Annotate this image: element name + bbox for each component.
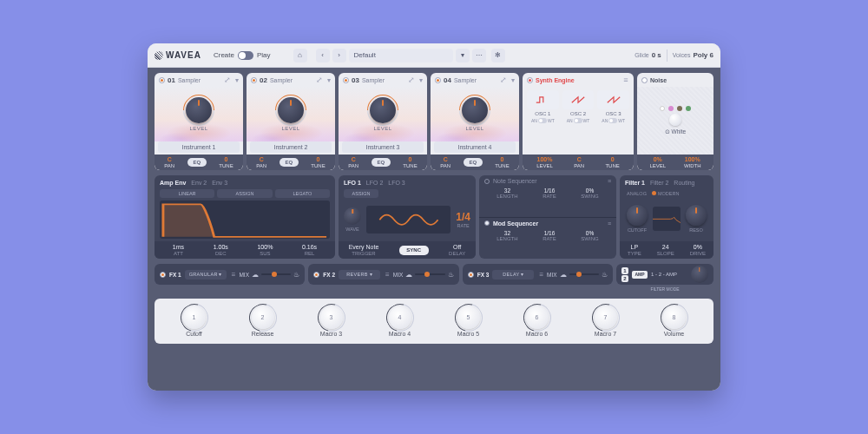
osc2-anwt-toggle[interactable]: ANWT — [562, 118, 595, 123]
sampler-3-chevron-icon[interactable]: ▾ — [419, 76, 423, 84]
tab-amp-env[interactable]: Amp Env — [160, 180, 186, 186]
glide-control[interactable]: Glide0 s — [635, 51, 661, 59]
sampler-4-eq-button[interactable]: EQ — [464, 158, 483, 167]
tab-lfo1[interactable]: LFO 1 — [344, 180, 361, 186]
save-icon[interactable]: ▾ — [456, 49, 470, 62]
env-display[interactable] — [160, 201, 330, 239]
env-assign-button[interactable]: ASSIGN — [217, 189, 272, 198]
macro-3-knob[interactable]: 3 — [320, 306, 343, 329]
noteseq-length[interactable]: 32LENGTH — [496, 187, 517, 200]
synth-menu-icon[interactable]: ≡ — [622, 76, 629, 83]
fx-1-type-selector[interactable]: GRANULAR ▾ — [185, 270, 227, 279]
mode-toggle[interactable] — [238, 51, 253, 60]
filter-cutoff-knob[interactable]: CUTOFF — [627, 205, 648, 233]
env-legato-button[interactable]: LEGATO — [275, 189, 330, 198]
synth-power-button[interactable] — [527, 77, 533, 83]
lfo-sync-button[interactable]: SYNC — [399, 246, 429, 255]
sampler-4-chevron-icon[interactable]: ▾ — [511, 76, 515, 84]
noise-type[interactable]: White — [672, 128, 687, 135]
sampler-3-instrument-selector[interactable]: Instrument 3 — [342, 141, 424, 153]
noise-dot-pink[interactable] — [668, 106, 674, 111]
sampler-2-chevron-icon[interactable]: ▾ — [327, 76, 331, 84]
tab-filter2[interactable]: Filter 2 — [650, 180, 668, 186]
noise-dot-white[interactable] — [660, 106, 665, 111]
lfo-rate-value[interactable]: 1/4 — [456, 211, 470, 223]
sampler-2-tune[interactable]: 0TUNE — [311, 156, 325, 168]
tab-filter1[interactable]: Filter 1 — [625, 180, 645, 186]
sampler-1-chevron-icon[interactable]: ▾ — [235, 76, 239, 84]
modseq-swing[interactable]: 0%SWING — [581, 230, 598, 242]
tab-env3[interactable]: Env 3 — [212, 180, 227, 186]
fx-3-mix-slider[interactable]: MIX☁ ♨ — [547, 271, 608, 279]
sampler-2-expand-icon[interactable]: ⤢ — [316, 76, 323, 83]
mode-switch[interactable]: Create Play — [214, 51, 271, 60]
route-slot-2[interactable]: 2 — [621, 275, 628, 282]
sampler-1-pan[interactable]: CPAN — [164, 156, 174, 168]
osc3-anwt-toggle[interactable]: ANWT — [597, 118, 629, 123]
sampler-3-power-button[interactable] — [343, 77, 349, 83]
lfo-delay[interactable]: OffDELAY — [449, 244, 465, 256]
filter-reso-knob[interactable]: RESO — [686, 205, 707, 233]
macro-1-knob[interactable]: 1 — [183, 306, 206, 329]
sampler-1-power-button[interactable] — [159, 77, 165, 83]
settings-button[interactable]: ✻ — [491, 49, 505, 62]
macro-2-knob[interactable]: 2 — [252, 306, 274, 329]
fx-1-power-button[interactable] — [160, 272, 166, 278]
fx-2-mix-slider[interactable]: MIX☁ ♨ — [393, 271, 454, 279]
note-seq-power[interactable] — [484, 179, 490, 184]
dec-value[interactable]: 1.00sDEC — [214, 244, 228, 256]
fx-2-power-button[interactable] — [313, 272, 319, 278]
macro-5-knob[interactable]: 5 — [457, 306, 480, 329]
filter-route[interactable]: 1 - 2 - AMP — [651, 272, 677, 277]
macro-4-knob[interactable]: 4 — [389, 306, 411, 329]
noteseq-swing[interactable]: 0%SWING — [581, 187, 598, 200]
env-curve-linear[interactable]: LINEAR — [160, 189, 214, 198]
voices-control[interactable]: VoicesPoly 6 — [673, 51, 713, 59]
modseq-rate[interactable]: 1/16RATE — [542, 230, 556, 242]
rel-value[interactable]: 0.16sREL — [302, 244, 317, 256]
sampler-1-expand-icon[interactable]: ⤢ — [224, 76, 231, 83]
sampler-4-expand-icon[interactable]: ⤢ — [500, 76, 507, 83]
tab-lfo2[interactable]: LFO 2 — [366, 180, 383, 186]
filter-drive[interactable]: 0%DRIVE — [690, 244, 706, 256]
lfo-trigger[interactable]: Every NoteTRIGGER — [349, 244, 379, 256]
fx-3-type-selector[interactable]: DELAY ▾ — [492, 270, 534, 279]
sampler-4-pan[interactable]: CPAN — [440, 156, 450, 168]
sampler-2-power-button[interactable] — [251, 77, 257, 83]
fx-1-mix-slider[interactable]: MIX☁ ♨ — [239, 271, 299, 279]
lfo-assign-button[interactable]: ASSIGN — [344, 189, 378, 198]
route-slot-1[interactable]: 1 — [621, 267, 628, 274]
fx-2-menu-icon[interactable]: ≡ — [385, 271, 390, 279]
noteseq-rate[interactable]: 1/16RATE — [542, 187, 556, 200]
sampler-4-power-button[interactable] — [435, 77, 441, 83]
mod-seq-power[interactable] — [484, 220, 490, 226]
sampler-3-eq-button[interactable]: EQ — [372, 158, 391, 167]
sampler-4-level-knob[interactable] — [462, 97, 488, 123]
sampler-4-tune[interactable]: 0TUNE — [495, 156, 509, 168]
sampler-2-pan[interactable]: CPAN — [256, 156, 266, 168]
att-value[interactable]: 1msATT — [173, 244, 184, 256]
sus-value[interactable]: 100%SUS — [257, 244, 273, 256]
fx-2-type-selector[interactable]: REVERB ▾ — [339, 270, 380, 279]
sampler-1-tune[interactable]: 0TUNE — [219, 156, 233, 168]
osc1-wave-selector[interactable] — [527, 90, 559, 109]
home-button[interactable]: ⌂ — [293, 49, 307, 62]
sampler-1-level-knob[interactable] — [186, 97, 212, 123]
amp-knob[interactable] — [691, 266, 708, 283]
fx-3-power-button[interactable] — [468, 272, 474, 278]
more-icon[interactable]: ⋯ — [472, 49, 486, 62]
lfo-wave-knob[interactable]: WAVE — [344, 207, 361, 232]
osc1-anwt-toggle[interactable]: ANWT — [527, 118, 559, 123]
amp-pill[interactable]: AMP — [632, 271, 648, 279]
sampler-2-instrument-selector[interactable]: Instrument 2 — [250, 141, 332, 153]
modseq-length[interactable]: 32LENGTH — [496, 230, 517, 242]
preset-prev-button[interactable]: ‹ — [316, 49, 330, 62]
macro-6-knob[interactable]: 6 — [526, 306, 549, 329]
mod-seq-menu-icon[interactable]: ≡ — [608, 220, 611, 227]
osc3-wave-selector[interactable] — [597, 90, 629, 109]
noise-dot-brown[interactable] — [677, 106, 682, 111]
fx-3-menu-icon[interactable]: ≡ — [539, 271, 543, 279]
macro-7-knob[interactable]: 7 — [595, 306, 617, 329]
preset-name[interactable]: Default — [349, 49, 453, 62]
tab-env2[interactable]: Env 2 — [191, 180, 207, 186]
